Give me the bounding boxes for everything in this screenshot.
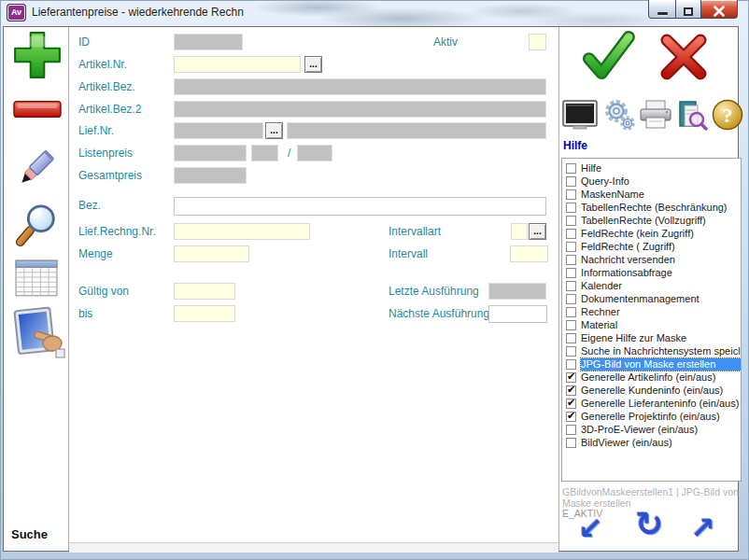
bez-field[interactable] (174, 197, 546, 216)
search-record-button[interactable] (9, 203, 64, 251)
listenpreis-field[interactable] (174, 145, 247, 161)
gueltig-von-field[interactable] (174, 283, 235, 300)
aktiv-field[interactable] (529, 34, 546, 50)
artikel-nr-browse-button[interactable]: ... (304, 56, 322, 73)
screen-view-button[interactable] (561, 100, 599, 132)
edit-record-button[interactable] (9, 145, 64, 193)
checkbox-icon[interactable] (566, 203, 576, 213)
document-magnifier-icon (674, 99, 708, 131)
checkbox-icon[interactable] (566, 294, 576, 304)
checkbox-icon[interactable] (566, 281, 576, 291)
artikel-nr-field[interactable] (174, 56, 301, 73)
help-list-item[interactable]: Generelle Kundeninfo (ein/aus) (562, 384, 741, 397)
bis-field[interactable] (174, 305, 235, 322)
checkbox-icon[interactable] (566, 425, 576, 435)
checkbox-icon[interactable] (566, 176, 576, 187)
lief-nr-browse-button[interactable]: ... (265, 122, 283, 139)
gesamtpreis-field[interactable] (174, 167, 247, 184)
print-button[interactable] (637, 99, 674, 133)
ok-button[interactable] (575, 31, 639, 83)
help-list-item[interactable]: TabellenRechte (Beschränkung) (562, 201, 741, 214)
checkbox-icon[interactable] (566, 320, 576, 330)
nav-next-button[interactable]: ↗ (690, 511, 715, 546)
help-list-item[interactable]: Informationsabfrage (562, 266, 741, 279)
artikel-bez-field[interactable] (174, 78, 546, 95)
id-field[interactable] (174, 34, 243, 50)
lief-rechng-nr-field[interactable] (174, 223, 310, 240)
hilfe-heading: Hilfe (563, 139, 587, 152)
checkbox-checked-icon[interactable] (566, 412, 576, 422)
pencil-icon (10, 145, 63, 191)
help-list-item[interactable]: Eigene Hilfe zur Maske (562, 331, 741, 344)
list-view-button[interactable] (12, 257, 61, 301)
intervallart-field[interactable] (511, 223, 528, 240)
listenpreis-unit-field[interactable] (251, 145, 278, 161)
lief-nr-label: Lief.Nr. (78, 122, 114, 139)
checkbox-checked-icon[interactable] (566, 372, 576, 383)
checkbox-icon[interactable] (566, 346, 576, 357)
help-button[interactable]: ? (711, 99, 744, 133)
checkbox-icon[interactable] (566, 255, 576, 265)
help-list-item[interactable]: Kalender (562, 279, 741, 292)
checkbox-icon[interactable] (566, 189, 576, 200)
listenpreis-per-field[interactable] (297, 145, 332, 161)
intervall-field[interactable] (510, 245, 548, 262)
maximize-button[interactable] (675, 0, 701, 19)
add-record-button[interactable] (11, 29, 64, 83)
help-list-item[interactable]: Generelle Projektinfo (ein/aus) (562, 410, 741, 423)
help-list-item[interactable]: Nachricht versenden (562, 253, 741, 266)
plus-icon (12, 29, 63, 81)
bez-label: Bez. (78, 197, 101, 214)
checkbox-icon[interactable] (566, 307, 576, 317)
minimize-button[interactable] (648, 0, 676, 19)
help-list-item[interactable]: FeldRechte (kein Zugriff) (562, 227, 741, 240)
refresh-arrow-icon: ↻ (635, 505, 663, 543)
help-list-item[interactable]: FeldRechte ( Zugriff) (562, 240, 741, 253)
checkbox-icon[interactable] (566, 438, 576, 448)
nav-refresh-button[interactable]: ↻ (635, 505, 663, 543)
help-list[interactable]: HilfeQuery-InfoMaskenNameTabellenRechte … (561, 158, 742, 482)
checkbox-icon[interactable] (566, 359, 576, 370)
artikel-bez2-field[interactable] (174, 101, 546, 118)
checkbox-icon[interactable] (566, 333, 576, 343)
checkbox-icon[interactable] (566, 229, 576, 239)
naechste-ausfuehrung-field[interactable] (488, 305, 547, 323)
arrow-up-right-icon: ↗ (690, 511, 715, 546)
help-list-item[interactable]: JPG-Bild von Maske erstellen (562, 357, 741, 371)
delete-record-button[interactable] (11, 98, 64, 122)
menge-field[interactable] (174, 245, 249, 262)
help-item-label: Generelle Kundeninfo (ein/aus) (581, 385, 741, 397)
help-item-label: JPG-Bild von Maske erstellen (581, 358, 741, 371)
help-list-item[interactable]: MaskenName (562, 188, 741, 201)
help-list-item[interactable]: Generelle Lieferanteninfo (ein/aus) (562, 397, 741, 410)
help-list-item[interactable]: BildViewer (ein/aus) (562, 436, 741, 449)
help-list-item[interactable]: Hilfe (562, 161, 741, 175)
lief-nr-field[interactable] (174, 122, 263, 139)
lief-name-field[interactable] (287, 122, 546, 139)
help-list-item[interactable]: Material (562, 318, 741, 331)
checkbox-icon[interactable] (566, 163, 576, 174)
help-list-item[interactable]: Dokumentenmanagement (562, 292, 741, 305)
letzte-ausfuehrung-field[interactable] (488, 283, 546, 300)
intervallart-browse-button[interactable]: ... (529, 223, 546, 240)
help-list-item[interactable]: Suche in Nachrichtensystem speicl (562, 344, 741, 357)
nav-previous-button[interactable]: ↙ (578, 511, 603, 546)
checkbox-icon[interactable] (566, 216, 576, 226)
help-list-item[interactable]: 3D-ProE-Viewer (ein/aus) (562, 423, 741, 436)
help-list-item[interactable]: Query-Info (562, 175, 741, 188)
help-list-item[interactable]: TabellenRechte (Vollzugriff) (562, 214, 741, 227)
minus-icon (12, 98, 63, 120)
screen-touch-button[interactable] (8, 305, 66, 365)
checkbox-checked-icon[interactable] (566, 385, 576, 396)
checkbox-checked-icon[interactable] (566, 399, 576, 409)
checkbox-icon[interactable] (566, 242, 576, 252)
checkbox-icon[interactable] (566, 268, 576, 278)
help-list-item[interactable]: Rechner (562, 305, 741, 318)
preview-button[interactable] (673, 99, 709, 133)
settings-button[interactable] (601, 98, 637, 133)
cancel-button[interactable] (656, 33, 712, 83)
help-list-item[interactable]: Generelle Artikelinfo (ein/aus) (562, 371, 741, 384)
bis-label: bis (78, 305, 92, 322)
aktiv-label: Aktiv (433, 34, 458, 50)
close-button[interactable] (700, 0, 738, 19)
